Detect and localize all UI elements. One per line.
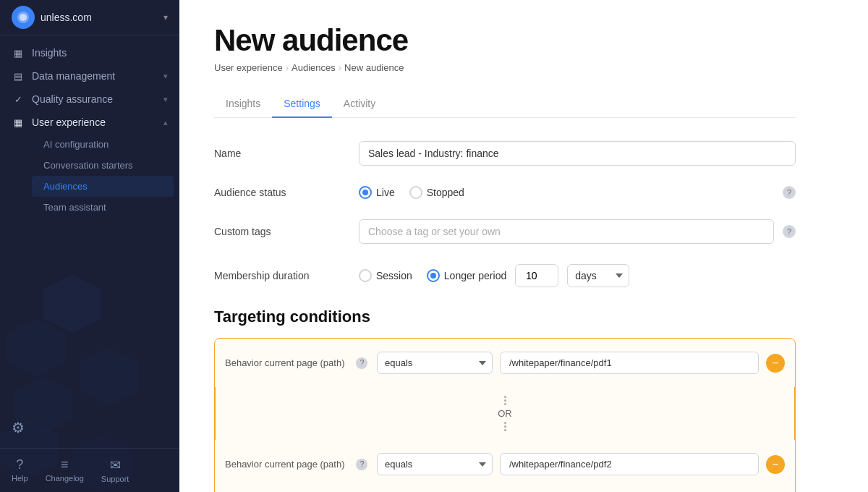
sidebar-item-team-assistant[interactable]: Team assistant: [32, 197, 179, 218]
sidebar-item-label: Insights: [32, 47, 168, 59]
breadcrumb-audiences[interactable]: Audiences: [292, 62, 336, 73]
chevron-down-icon: ▾: [163, 72, 168, 81]
duration-unit-select[interactable]: days weeks months: [567, 264, 629, 287]
condition-1-operator-select[interactable]: equals contains: [377, 352, 493, 374]
quality-assurance-icon: ✓: [12, 94, 25, 105]
condition-2-label: Behavior current page (path) ?: [225, 459, 370, 470]
duration-number-input[interactable]: [515, 264, 558, 287]
session-label: Session: [376, 270, 412, 281]
tab-activity[interactable]: Activity: [332, 90, 387, 118]
user-experience-submenu: AI configuration Conversation starters A…: [0, 134, 179, 218]
app-logo: [12, 6, 35, 29]
footer-changelog[interactable]: ≡ Changelog: [46, 457, 84, 483]
condition-2-help-icon[interactable]: ?: [356, 459, 367, 470]
insights-icon: ▦: [12, 48, 25, 59]
svg-point-7: [20, 14, 27, 21]
duration-radio-group: Session Longer period: [359, 269, 506, 282]
changelog-icon: ≡: [61, 457, 69, 472]
settings-gear-icon[interactable]: ⚙: [12, 419, 25, 436]
name-field-wrapper: [359, 141, 796, 166]
condition-1-value-input[interactable]: [500, 352, 759, 374]
stopped-radio[interactable]: [409, 186, 422, 199]
status-stopped-option[interactable]: Stopped: [409, 186, 464, 199]
dot-1: [504, 396, 506, 398]
breadcrumb: User experience › Audiences › New audien…: [214, 62, 796, 73]
or-label: OR: [498, 408, 512, 419]
status-radio-group: Live Stopped: [359, 186, 774, 199]
tags-label: Custom tags: [214, 226, 359, 237]
sidebar-item-quality-assurance[interactable]: ✓ Quality assurance ▾: [0, 88, 179, 111]
dot-2: [504, 399, 506, 402]
help-icon: ?: [16, 457, 23, 472]
tab-bar: Insights Settings Activity: [214, 90, 796, 118]
condition-1-label: Behavior current page (path) ?: [225, 357, 370, 369]
tab-settings[interactable]: Settings: [272, 90, 332, 118]
tags-row: Custom tags ?: [214, 219, 796, 244]
remove-condition-2-button[interactable]: −: [766, 455, 785, 474]
breadcrumb-separator: ›: [339, 62, 341, 73]
sidebar-item-label: User experience: [32, 116, 156, 128]
name-row: Name: [214, 141, 796, 166]
name-label: Name: [214, 148, 359, 159]
status-live-option[interactable]: Live: [359, 186, 395, 199]
status-row: Audience status Live Stopped ?: [214, 186, 796, 199]
name-input[interactable]: [359, 141, 796, 166]
tab-insights[interactable]: Insights: [214, 90, 272, 118]
breadcrumb-user-experience[interactable]: User experience: [214, 62, 283, 73]
status-label: Audience status: [214, 187, 359, 198]
chevron-up-icon: ▴: [163, 118, 168, 127]
dot-3: [504, 403, 506, 405]
breadcrumb-separator: ›: [286, 62, 289, 73]
sidebar-header[interactable]: unless.com ▾: [0, 0, 179, 35]
footer-support-label: Support: [101, 475, 129, 483]
stopped-label: Stopped: [427, 187, 464, 198]
sidebar-item-data-management[interactable]: ▤ Data management ▾: [0, 64, 179, 88]
dot-5: [504, 425, 506, 428]
live-label: Live: [376, 187, 395, 198]
settings-form: Name Audience status Live: [214, 141, 796, 287]
condition-2-value-input[interactable]: [500, 453, 759, 475]
status-controls: Live Stopped: [359, 186, 774, 199]
tags-input[interactable]: [359, 219, 774, 244]
duration-row: Membership duration Session Longer perio…: [214, 264, 796, 287]
condition-1-help-icon[interactable]: ?: [356, 357, 367, 369]
tags-help-icon[interactable]: ?: [783, 225, 796, 238]
sidebar-item-insights[interactable]: ▦ Insights: [0, 41, 179, 64]
workspace-name: unless.com: [41, 12, 163, 23]
breadcrumb-current: New audience: [344, 62, 404, 73]
user-experience-icon: ▦: [12, 117, 25, 128]
duration-label: Membership duration: [214, 270, 359, 281]
footer-help-label: Help: [12, 474, 28, 483]
condition-2-operator-select[interactable]: equals contains: [377, 453, 493, 475]
sidebar-item-audiences[interactable]: Audiences: [32, 176, 174, 197]
session-radio[interactable]: [359, 269, 372, 282]
sidebar-item-user-experience[interactable]: ▦ User experience ▴: [0, 111, 179, 134]
session-option[interactable]: Session: [359, 269, 412, 282]
sidebar-item-ai-configuration[interactable]: AI configuration: [32, 134, 179, 155]
dot-4: [504, 422, 506, 424]
workspace-chevron-icon: ▾: [163, 12, 168, 22]
footer-help[interactable]: ? Help: [12, 457, 28, 483]
longer-period-option[interactable]: Longer period: [427, 269, 506, 282]
duration-controls: Session Longer period days weeks months: [359, 264, 796, 287]
condition-row-1: Behavior current page (path) ? equals co…: [215, 339, 795, 387]
or-divider-content: OR: [498, 391, 512, 436]
support-icon: ✉: [110, 457, 121, 473]
sidebar-item-conversation-starters[interactable]: Conversation starters: [32, 155, 179, 176]
longer-label: Longer period: [444, 270, 506, 281]
sidebar: unless.com ▾ ▦ Insights ▤ Data managemen…: [0, 0, 179, 492]
data-management-icon: ▤: [12, 71, 25, 82]
dot-6: [504, 429, 506, 431]
targeting-section: Targeting conditions Behavior current pa…: [214, 308, 796, 492]
remove-condition-1-button[interactable]: −: [766, 354, 785, 373]
page-title: New audience: [214, 23, 796, 58]
or-divider: OR: [215, 387, 795, 440]
status-help-icon[interactable]: ?: [783, 186, 796, 199]
conditions-container: Behavior current page (path) ? equals co…: [214, 338, 796, 492]
live-radio[interactable]: [359, 186, 372, 199]
longer-radio[interactable]: [427, 269, 440, 282]
sidebar-item-label: Data management: [32, 70, 156, 82]
chevron-down-icon: ▾: [163, 95, 168, 104]
sidebar-footer: ? Help ≡ Changelog ✉ Support: [0, 448, 179, 492]
footer-support[interactable]: ✉ Support: [101, 457, 129, 483]
